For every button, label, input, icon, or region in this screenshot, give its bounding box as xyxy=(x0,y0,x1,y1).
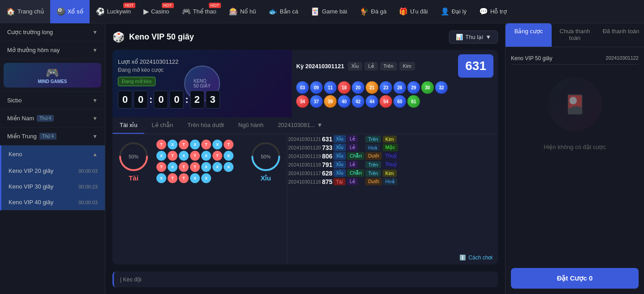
nav-uu-dai[interactable]: 🎁 Ưu đãi xyxy=(393,0,434,23)
ball-30: 30 xyxy=(421,81,434,94)
sidebar-item-keno-40[interactable]: Keno VIP 40 giây 00:00:03 xyxy=(1,194,105,210)
sidebar-mo-thuong-header[interactable]: Mở thưởng hôm nay ▼ xyxy=(0,41,105,59)
history-tag4: Kim xyxy=(383,169,400,177)
history-tag2: Lẻ xyxy=(347,161,364,168)
sidebar-mien-nam-header[interactable]: Miền Nam Thứ 4 ▼ xyxy=(0,110,105,127)
right-panel: Bảng cược Chưa thanh toán Đã thanh toán … xyxy=(505,23,644,294)
sidebar-cuoc-truong-long-header[interactable]: Cược trường long ▼ xyxy=(0,23,105,41)
nav-xo-so[interactable]: 🎱 Xổ số xyxy=(50,0,90,23)
result-tag-le[interactable]: Lẻ xyxy=(364,62,377,70)
keo-doi-label: | Kèo đội xyxy=(120,276,141,283)
countdown-sep1: : xyxy=(149,94,152,105)
nav-dai-ly[interactable]: 👤 Đại lý xyxy=(434,0,473,23)
chevron-down-icon-2: ▼ xyxy=(92,47,98,53)
tab-le-chan[interactable]: Lẻ chẵn xyxy=(144,117,180,134)
chevron-up-icon: ▲ xyxy=(92,151,98,158)
cach-choi-button[interactable]: ℹ️ Cách chơi xyxy=(287,251,498,264)
gamebai-icon: 🃏 xyxy=(311,7,320,16)
history-tag3: Dưới xyxy=(365,178,381,185)
keno-40-label: Keno VIP 40 giây xyxy=(9,199,53,206)
history-dot: X xyxy=(179,151,189,161)
tab-history-dropdown[interactable]: 2024103081... ▼ xyxy=(271,117,330,134)
history-dot: X xyxy=(201,173,211,183)
countdown-d2: 0 xyxy=(134,91,148,109)
nav-label-casino: Casino xyxy=(151,8,169,15)
hot-badge-casino: HOT xyxy=(162,3,174,8)
history-ky: 202410301120 xyxy=(288,144,321,151)
no-bet-text: Hiện không có đặt cược xyxy=(544,144,606,150)
keno-20-label: Keno VIP 20 giây xyxy=(9,167,53,174)
history-dot: T xyxy=(156,162,166,172)
history-tag1: Tài xyxy=(333,178,346,185)
history-ky: 202410301118 xyxy=(288,161,321,168)
game-top-area: KENO50 GIÂY Lượt xổ 202410301122 Đang mở… xyxy=(112,50,498,117)
ball-26: 26 xyxy=(393,81,406,94)
sidebar-keno-header[interactable]: Keno ▲ xyxy=(1,145,105,163)
bet-history-area: 50% Tài TXTXTXTXTXTXTXTXTTXXXXTTXX xyxy=(112,134,498,264)
ky-row: Kỳ 202410301121 Xỉu Lẻ Trên Kim 631 xyxy=(296,54,493,78)
bet-area: 50% Tài TXTXTXTXTXTXTXTXTTXXXXTTXX xyxy=(112,134,287,264)
ball-40: 40 xyxy=(338,95,350,108)
chevron-down-icon-3: ▼ xyxy=(92,97,98,104)
history-ky: 202410301117 xyxy=(288,169,321,177)
result-number-big: 631 xyxy=(458,54,493,78)
sidebar-item-keno-20[interactable]: Keno VIP 20 giây 00:00:03 xyxy=(1,163,105,179)
nav-the-thao[interactable]: 🎮 Thể thao HOT xyxy=(176,0,223,23)
sidebar-mien-trung-header[interactable]: Miền Trung Thứ 4 ▼ xyxy=(0,127,105,145)
right-tab-bang-cuoc[interactable]: Bảng cược xyxy=(506,23,552,47)
nav-casino[interactable]: ▶ Casino HOT xyxy=(137,0,175,23)
tab-tai-xiu[interactable]: Tài xỉu xyxy=(112,117,144,134)
dang-mo-badge: Đang mở kèo xyxy=(118,77,156,86)
sidebar-sicbo-header[interactable]: Sicbo ▼ xyxy=(0,92,105,109)
nav-label-game-bai: Game bài xyxy=(322,8,347,15)
history-dot: T xyxy=(190,151,200,161)
history-dot: T xyxy=(179,173,189,183)
nav-ban-ca[interactable]: 🐟 Bắn cá xyxy=(262,0,304,23)
nav-da-ga[interactable]: 🐓 Đá gà xyxy=(354,0,393,23)
nav-game-bai[interactable]: 🃏 Game bài xyxy=(304,0,353,23)
ball-18: 18 xyxy=(338,81,350,94)
history-dot: X xyxy=(156,151,166,161)
history-dot: T xyxy=(179,140,189,149)
nav-luckywin[interactable]: ⚽ Luckywin HOT xyxy=(90,0,137,23)
game-tabs: Tài xỉu Lẻ chẵn Trên hòa dưới Ngũ hành 2… xyxy=(112,117,498,134)
sidebar-cuoc-truong-long-label: Cược trường long xyxy=(7,29,53,35)
tab-tren-hoa-duoi[interactable]: Trên hòa dưới xyxy=(180,117,231,134)
countdown-d4: 0 xyxy=(169,91,184,109)
tai-option: 50% Tài xyxy=(118,141,149,182)
tab-ngu-hanh[interactable]: Ngũ hành xyxy=(231,117,271,134)
nav-no-hu[interactable]: 🎰 Nổ hũ xyxy=(223,0,262,23)
ball-32: 32 xyxy=(435,81,448,94)
ball-44: 44 xyxy=(366,95,378,108)
dat-cuoc-button[interactable]: Đặt Cược 0 xyxy=(511,268,639,289)
xiu-pct: 50% xyxy=(261,154,271,159)
thu-lai-button[interactable]: 📊 Thu lại ▼ xyxy=(449,31,498,44)
history-ky: 202410301119 xyxy=(288,152,321,160)
table-row: 202410301116 875 Tài Lẻ Dưới Hoả xyxy=(288,178,400,185)
game-name-right: Keno VIP 50 giây 202410301122 xyxy=(511,53,639,65)
table-row: 202410301119 806 Xỉu Chẵn Dưới Thuỷ xyxy=(288,152,400,160)
mini-games-icon: 🎮 xyxy=(46,66,59,79)
tai-xiu-options: 50% Tài TXTXTXTXTXTXTXTXTTXXXXTTXX xyxy=(118,140,281,183)
history-tag3: Trên xyxy=(365,169,381,177)
right-tab-da-thanh-toan[interactable]: Đã thanh toán xyxy=(598,23,644,47)
sidebar-item-keno-30[interactable]: Keno VIP 30 giây 00:00:23 xyxy=(1,179,105,194)
history-dot: T xyxy=(224,140,233,149)
uudai-icon: 🎁 xyxy=(399,7,408,16)
history-table-panel: 202410301121 631 Xỉu Lẻ Trên Kim 2024103… xyxy=(287,134,498,264)
ball-34: 34 xyxy=(296,95,309,108)
right-game-name: Keno VIP 50 giây xyxy=(511,55,553,61)
balls-grid: 0309111820212326293032343739404244546061 xyxy=(296,81,458,108)
nav-trang-chu[interactable]: 🏠 Trang chủ xyxy=(0,0,50,23)
nav-label-ho-tro: Hỗ trợ xyxy=(490,8,507,15)
right-tab-chua-thanh-toan[interactable]: Chưa thanh toán xyxy=(552,23,598,47)
right-content: Keno VIP 50 giây 202410301122 🎴 Hiện khô… xyxy=(506,47,644,268)
info-icon: ℹ️ xyxy=(459,255,466,261)
result-tag-kim[interactable]: Kim xyxy=(399,62,415,70)
result-tag-tren[interactable]: Trên xyxy=(380,62,397,70)
history-tag1: Xỉu xyxy=(333,169,346,177)
xoso-icon: 🎱 xyxy=(56,7,65,16)
mini-games-logo[interactable]: 🎮 MIND GAMES xyxy=(4,63,101,88)
nav-ho-tro[interactable]: 💬 Hỗ trợ xyxy=(473,0,513,23)
result-tag-xiu[interactable]: Xỉu xyxy=(348,62,362,70)
